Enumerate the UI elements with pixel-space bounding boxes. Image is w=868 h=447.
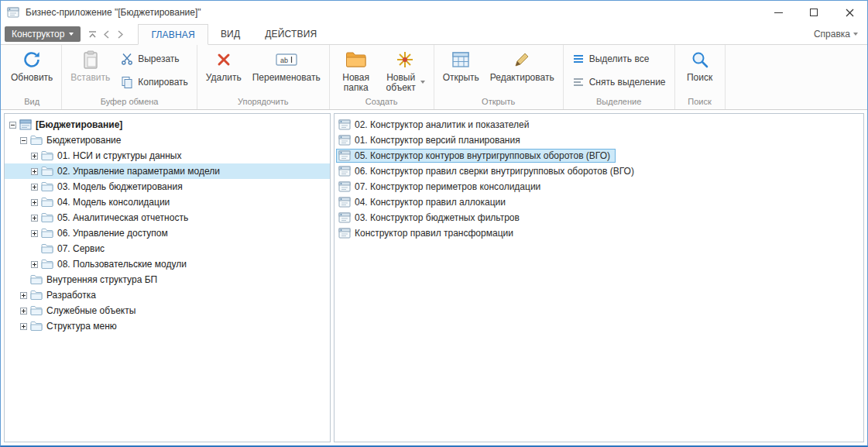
tree-item[interactable]: 03. Модель бюджетирования	[5, 179, 330, 194]
object-icon	[338, 166, 351, 177]
copy-button[interactable]: Копировать	[115, 74, 194, 91]
list-item[interactable]: 02. Конструктор аналитик и показателей	[335, 117, 863, 132]
open-button[interactable]: Открыть	[437, 46, 485, 85]
expand-icon[interactable]	[31, 184, 38, 191]
tree-item[interactable]: Внутренняя структура БП	[5, 272, 330, 287]
expand-icon[interactable]	[31, 261, 38, 268]
expand-icon[interactable]	[31, 199, 38, 206]
tree-item-label: Служебные объекты	[46, 305, 136, 316]
object-icon	[338, 119, 351, 130]
new-object-button[interactable]: Новый объект	[379, 46, 431, 95]
group-caption-open: Открыть	[437, 95, 560, 109]
list-item[interactable]: Конструктор правил трансформации	[335, 225, 863, 241]
svg-text:ab: ab	[280, 57, 288, 64]
search-icon	[690, 49, 710, 70]
ribbon-tabs: ГЛАВНАЯ ВИД ДЕЙСТВИЯ	[138, 24, 329, 44]
tab-deystviya[interactable]: ДЕЙСТВИЯ	[252, 24, 329, 44]
ribbon-group-search: Поиск Поиск	[675, 45, 726, 109]
expand-icon[interactable]	[20, 292, 27, 299]
tree-item-label: 02. Управление параметрами модели	[57, 166, 220, 177]
ribbon-group-clipboard: Вставить Вырезать Копировать Буфер обмен…	[62, 45, 197, 109]
tree-item[interactable]: Бюджетирование	[5, 132, 330, 148]
folder-icon	[41, 197, 53, 208]
select-all-button[interactable]: Выделить все	[567, 50, 671, 67]
collapse-icon[interactable]	[20, 137, 27, 144]
minimize-icon	[774, 12, 783, 13]
folder-icon	[30, 321, 43, 332]
copy-icon	[121, 76, 133, 88]
expand-icon[interactable]	[20, 323, 27, 330]
search-label: Поиск	[687, 73, 712, 83]
list-item[interactable]: 07. Конструктор периметров консолидации	[335, 179, 863, 194]
cut-button[interactable]: Вырезать	[115, 50, 194, 67]
app-menu-button[interactable]: Конструктор	[5, 26, 81, 42]
folder-icon	[41, 228, 53, 239]
app-icon	[7, 7, 19, 18]
help-label: Справка	[814, 29, 850, 40]
nav-forward-button[interactable]	[113, 24, 127, 44]
object-icon	[338, 150, 351, 161]
app-window: Бизнес-приложение "[Бюджетирование]" Кон…	[0, 0, 868, 447]
tree-item[interactable]: 01. НСИ и структуры данных	[5, 148, 330, 163]
expand-icon[interactable]	[20, 308, 27, 315]
paste-button[interactable]: Вставить	[65, 46, 115, 85]
search-button[interactable]: Поиск	[678, 46, 722, 85]
folder-icon	[41, 212, 53, 223]
expand-icon[interactable]	[31, 230, 38, 237]
refresh-icon	[22, 49, 42, 70]
ribbon-group-view: Обновить Вид	[2, 45, 62, 109]
tree-panel: [Бюджетирование] Бюджетирование 01. НСИ …	[4, 113, 331, 442]
object-icon	[338, 197, 351, 208]
tree-item[interactable]: 06. Управление доступом	[5, 225, 330, 241]
refresh-button[interactable]: Обновить	[5, 46, 58, 85]
folder-icon	[41, 166, 53, 177]
rename-label: Переименовать	[252, 73, 321, 83]
collapse-icon[interactable]	[9, 122, 16, 129]
tree-item[interactable]: 04. Модель консолидации	[5, 194, 330, 210]
pin-button[interactable]	[85, 24, 99, 44]
tree-item[interactable]: 07. Сервис	[5, 241, 330, 256]
tree-item[interactable]: Структура меню	[5, 318, 330, 334]
delete-button[interactable]: Удалить	[201, 46, 247, 85]
rename-button[interactable]: ab Переименовать	[247, 46, 326, 85]
list-item[interactable]: 03. Конструктор бюджетных фильтров	[335, 210, 863, 225]
titlebar: Бизнес-приложение "[Бюджетирование]"	[1, 1, 867, 24]
expand-icon[interactable]	[31, 153, 38, 160]
list-item[interactable]: 04. Конструктор правил аллокации	[335, 194, 863, 210]
new-folder-button[interactable]: Новая папка	[333, 46, 379, 95]
expand-icon[interactable]	[31, 168, 38, 175]
tree-item[interactable]: Служебные объекты	[5, 303, 330, 318]
list-item[interactable]: 06. Конструктор правил сверки внутригруп…	[335, 163, 863, 179]
folder-icon	[41, 181, 53, 192]
edit-button[interactable]: Редактировать	[485, 46, 560, 85]
rename-icon: ab	[274, 49, 299, 70]
chevron-down-icon	[69, 33, 74, 36]
folder-icon	[30, 274, 43, 285]
tree-item[interactable]: 08. Пользовательские модули	[5, 256, 330, 272]
tree-item-label: 07. Сервис	[57, 243, 105, 254]
list-item-label: 04. Конструктор правил аллокации	[355, 197, 506, 208]
tab-vid[interactable]: ВИД	[208, 24, 252, 44]
tree-item[interactable]: Разработка	[5, 287, 330, 303]
ribbon-group-arrange: Удалить ab Переименовать Упорядочить	[197, 45, 330, 109]
tree-item[interactable]: 05. Аналитическая отчетность	[5, 210, 330, 225]
nav-back-button[interactable]	[99, 24, 113, 44]
tree-item-label: 03. Модель бюджетирования	[57, 181, 183, 192]
ribbon-group-open: Открыть Редактировать Открыть	[434, 45, 564, 109]
help-button[interactable]: Справка	[814, 24, 858, 44]
list-item[interactable]: 01. Конструктор версий планирования	[335, 132, 863, 148]
maximize-button[interactable]	[796, 1, 832, 24]
deselect-button[interactable]: Снять выделение	[567, 74, 671, 91]
list-item-selected[interactable]: 05. Конструктор контуров внутригрупповых…	[335, 148, 863, 163]
paste-icon	[81, 49, 100, 70]
tree-item-selected[interactable]: 02. Управление параметрами модели	[5, 163, 330, 179]
object-icon	[338, 228, 351, 239]
tab-glavnaya[interactable]: ГЛАВНАЯ	[138, 24, 208, 45]
minimize-button[interactable]	[760, 1, 796, 24]
delete-icon	[214, 49, 233, 70]
tree-item-root[interactable]: [Бюджетирование]	[5, 117, 330, 132]
expand-icon[interactable]	[31, 215, 38, 222]
new-folder-icon	[345, 49, 366, 70]
close-button[interactable]	[832, 1, 867, 24]
tree-item-label: Внутренняя структура БП	[46, 274, 157, 285]
